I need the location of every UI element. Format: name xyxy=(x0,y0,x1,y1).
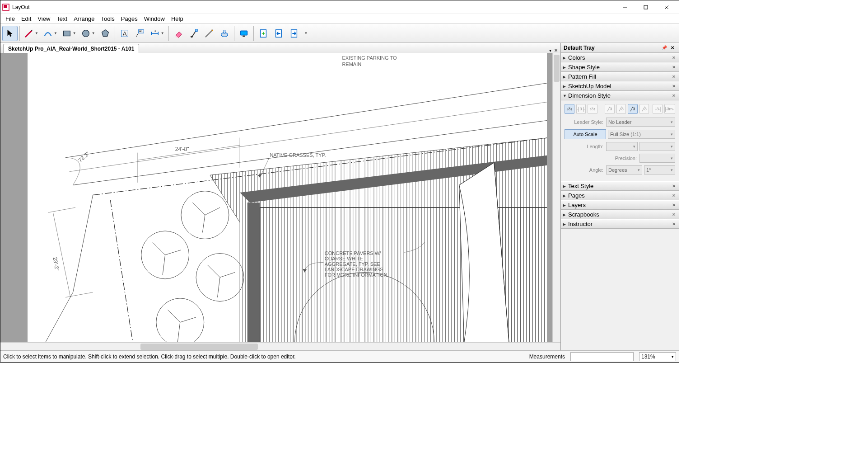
tab-dropdown-icon[interactable]: ▾ xyxy=(549,48,551,53)
close-button[interactable] xyxy=(656,0,677,14)
svg-text:+: + xyxy=(261,29,265,36)
panel-colors[interactable]: ▶Colors✕ xyxy=(561,53,679,62)
svg-marker-8 xyxy=(102,29,108,36)
svg-text:A: A xyxy=(122,30,126,37)
svg-rect-38 xyxy=(247,203,260,342)
svg-line-50 xyxy=(207,265,220,278)
dim-text-above[interactable]: ↓3↓ xyxy=(565,104,574,114)
length-precision-select[interactable] xyxy=(639,142,675,151)
auto-scale-button[interactable]: Auto Scale xyxy=(565,129,606,139)
panel-sketchup-model[interactable]: ▶SketchUp Model✕ xyxy=(561,81,679,91)
menu-help[interactable]: Help xyxy=(168,14,187,24)
label-tool[interactable]: A1 xyxy=(132,26,148,41)
angle-precision-select[interactable]: 1° xyxy=(644,165,675,174)
line-tool[interactable]: ▼ xyxy=(22,26,41,41)
drawing-canvas[interactable]: 24'-8" 73.2° xyxy=(0,53,552,342)
angle-unit-select[interactable]: Degrees xyxy=(606,165,642,174)
next-page-tool[interactable] xyxy=(286,26,302,41)
split-tool[interactable] xyxy=(201,26,217,41)
menu-tools[interactable]: Tools xyxy=(98,14,117,24)
rectangle-tool[interactable]: ▼ xyxy=(60,26,79,41)
panel-close-icon[interactable]: ✕ xyxy=(671,65,677,70)
svg-line-42 xyxy=(192,203,205,215)
panel-close-icon[interactable]: ✕ xyxy=(671,193,677,198)
dimension-style-body: ↓3↓ ┤3├ ↑3↑ ╱3 ╱3 ╱3 ╱3 ├3┤ ├3m┤ Leader … xyxy=(561,100,679,181)
horizontal-scrollbar[interactable] xyxy=(0,342,560,350)
toolbar-overflow[interactable]: ▼ xyxy=(304,31,308,35)
previous-page-tool[interactable] xyxy=(271,26,286,41)
default-tray: Default Tray 📌 ✕ ▶Colors✕ ▶Shape Style✕ … xyxy=(560,43,679,350)
dim-align-4[interactable]: ╱3 xyxy=(639,104,649,114)
svg-point-14 xyxy=(190,36,193,38)
zoom-select[interactable]: 131% xyxy=(639,352,676,361)
tray-close-icon[interactable]: ✕ xyxy=(669,45,676,50)
dim-gap-1[interactable]: ├3┤ xyxy=(653,104,663,114)
menu-view[interactable]: View xyxy=(34,14,53,24)
svg-text:A1: A1 xyxy=(139,29,143,33)
menu-pages[interactable]: Pages xyxy=(118,14,141,24)
menu-text[interactable]: Text xyxy=(53,14,70,24)
join-tool[interactable] xyxy=(217,26,232,41)
dimension-tool[interactable]: 3▼ xyxy=(148,26,167,41)
panel-dimension-style[interactable]: ▼Dimension Style✕ xyxy=(561,91,679,100)
menu-file[interactable]: File xyxy=(2,14,18,24)
svg-text:3: 3 xyxy=(154,29,156,33)
circle-tool[interactable]: ▼ xyxy=(79,26,98,41)
angle-label: 73.2° xyxy=(77,150,91,164)
eraser-tool[interactable] xyxy=(171,26,186,41)
dim-align-1[interactable]: ╱3 xyxy=(605,104,615,114)
vertical-scrollbar[interactable] xyxy=(552,53,560,342)
minimize-button[interactable] xyxy=(615,0,635,14)
menu-edit[interactable]: Edit xyxy=(18,14,34,24)
precision-select[interactable] xyxy=(639,154,675,163)
panel-shape-style[interactable]: ▶Shape Style✕ xyxy=(561,62,679,72)
dim-align-2[interactable]: ╱3 xyxy=(616,104,626,114)
presentation-tool[interactable] xyxy=(236,26,252,41)
panel-pages[interactable]: ▶Pages✕ xyxy=(561,191,679,200)
panel-pattern-fill[interactable]: ▶Pattern Fill✕ xyxy=(561,72,679,81)
measurements-input[interactable] xyxy=(570,352,634,361)
menu-window[interactable]: Window xyxy=(141,14,168,24)
pin-icon[interactable]: 📌 xyxy=(660,45,669,50)
panel-close-icon[interactable]: ✕ xyxy=(671,203,677,207)
panel-close-icon[interactable]: ✕ xyxy=(671,84,677,89)
maximize-button[interactable] xyxy=(635,0,656,14)
svg-line-61 xyxy=(48,207,75,212)
label-pavers: CONCRETE PAVERS W/COARSE WHITEAGGREGATE,… xyxy=(325,250,387,278)
panel-layers[interactable]: ▶Layers✕ xyxy=(561,200,679,210)
panel-instructor[interactable]: ▶Instructor✕ xyxy=(561,219,679,229)
precision-label: Precision: xyxy=(565,156,639,161)
svg-line-55 xyxy=(180,317,196,322)
panel-text-style[interactable]: ▶Text Style✕ xyxy=(561,181,679,191)
measurements-label: Measurements xyxy=(529,354,565,360)
scale-select[interactable]: Full Size (1:1) xyxy=(608,130,675,139)
length-unit-select[interactable] xyxy=(606,142,638,151)
panel-close-icon[interactable]: ✕ xyxy=(671,93,677,98)
select-tool[interactable] xyxy=(2,26,18,41)
tab-close-icon[interactable]: ✕ xyxy=(554,48,558,53)
menu-arrange[interactable]: Arrange xyxy=(70,14,98,24)
svg-line-47 xyxy=(165,250,181,255)
add-page-tool[interactable]: + xyxy=(256,26,271,41)
dim-text-below[interactable]: ↑3↑ xyxy=(588,104,597,114)
panel-close-icon[interactable]: ✕ xyxy=(671,212,677,217)
window-title: LayOut xyxy=(12,4,615,10)
panel-close-icon[interactable]: ✕ xyxy=(671,74,677,79)
dim-gap-2[interactable]: ├3m┤ xyxy=(664,104,675,114)
style-tool[interactable] xyxy=(186,26,201,41)
svg-line-44 xyxy=(202,215,205,233)
text-tool[interactable]: A xyxy=(117,26,132,41)
panel-scrapbooks[interactable]: ▶Scrapbooks✕ xyxy=(561,210,679,219)
svg-rect-1 xyxy=(4,5,7,8)
dim-align-3[interactable]: ╱3 xyxy=(628,104,638,114)
dim-text-center[interactable]: ┤3├ xyxy=(576,104,586,114)
angle-label: Angle: xyxy=(565,167,606,173)
arc-tool[interactable]: ▼ xyxy=(41,26,60,41)
document-tab[interactable]: SketchUp Pro_AIA_Real-World_Short2015 - … xyxy=(3,44,139,53)
polygon-tool[interactable] xyxy=(98,26,113,41)
svg-line-60 xyxy=(53,212,70,297)
leader-style-select[interactable]: No Leader xyxy=(606,118,675,127)
panel-close-icon[interactable]: ✕ xyxy=(671,184,677,189)
panel-close-icon[interactable]: ✕ xyxy=(671,55,677,60)
panel-close-icon[interactable]: ✕ xyxy=(671,222,677,226)
